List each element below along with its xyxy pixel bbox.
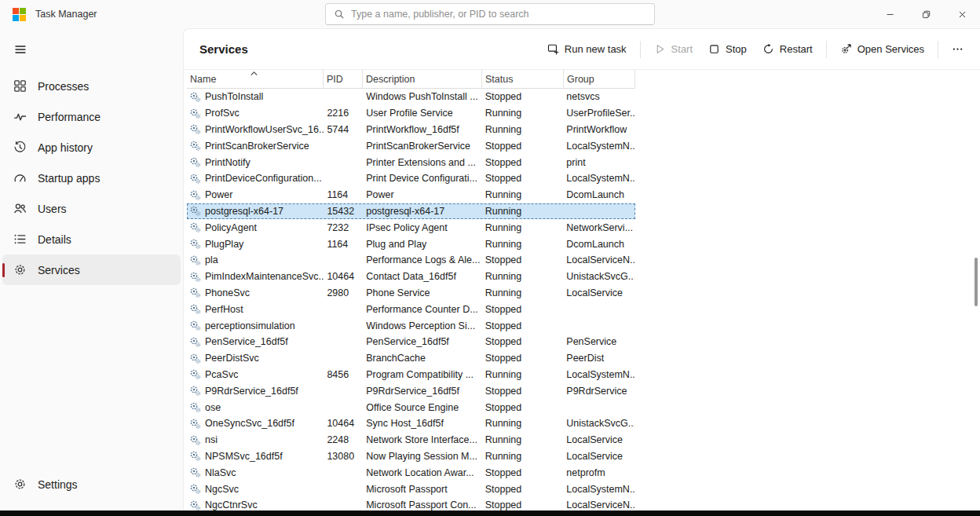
sidebar-item-processes[interactable]: Processes [2,71,181,101]
service-row[interactable]: PrintScanBrokerService PrintScanBrokerSe… [187,137,635,154]
service-group: LocalService [563,434,634,445]
service-row[interactable]: NlaSvc Network Location Awar... Stopped … [187,464,635,481]
service-name: PrintWorkflowUserSvc_16... [205,124,324,135]
service-row[interactable]: Power 1164 Power Running DcomLaunch [187,187,635,203]
service-row[interactable]: P9RdrService_16df5f P9RdrService_16df5f … [187,382,635,399]
service-row[interactable]: PrintWorkflowUserSvc_16... 5744 PrintWor… [187,122,635,138]
service-row[interactable]: PenService_16df5f PenService_16df5f Stop… [187,334,635,350]
service-description: postgresql-x64-17 [363,206,481,217]
service-status: Running [482,451,564,462]
service-row[interactable]: PerfHost Performance Counter D... Stoppe… [187,301,635,317]
service-description: Contact Data_16df5f [363,271,481,282]
service-row[interactable]: nsi 2248 Network Store Interface... Runn… [187,432,635,448]
app-title: Task Manager [35,9,97,20]
service-status: Stopped [482,484,564,495]
column-header-group[interactable]: Group [564,70,635,88]
service-name: PrintNotify [205,157,250,168]
service-name: P9RdrService_16df5f [205,386,298,397]
service-group: LocalService [563,451,634,462]
service-pid: 7232 [324,222,363,233]
search-box[interactable] [325,3,655,25]
minimize-button[interactable] [872,0,908,28]
service-name: Power [205,189,232,200]
scrollbar-thumb[interactable] [975,258,978,306]
service-row[interactable]: NPSMSvc_16df5f 13080 Now Playing Session… [187,448,635,465]
service-pid: 15432 [324,206,363,217]
search-input[interactable] [351,9,646,20]
stop-icon [708,43,720,55]
service-description: Performance Logs & Ale... [363,254,481,265]
service-row[interactable]: PolicyAgent 7232 IPsec Policy Agent Runn… [187,219,635,236]
start-button[interactable]: Start [647,38,700,60]
service-row[interactable]: ose Office Source Engine Stopped [187,399,635,415]
service-pid: 8456 [324,369,363,380]
service-gear-icon [189,189,201,201]
service-row[interactable]: NgcSvc Microsoft Passport Stopped LocalS… [187,481,635,497]
sidebar-item-label: Settings [38,478,78,491]
service-gear-icon [189,401,201,413]
run-new-task-button[interactable]: Run new task [540,38,634,60]
service-row[interactable]: NgcCtnrSvc Microsoft Passport Con... Sto… [187,497,635,511]
service-group: UnistackSvcG... [563,418,634,429]
service-row[interactable]: PhoneSvc 2980 Phone Service Running Loca… [187,285,635,302]
service-row[interactable]: PlugPlay 1164 Plug and Play Running Dcom… [187,236,635,252]
restore-button[interactable] [908,0,944,28]
sidebar-item-startup-apps[interactable]: Startup apps [2,163,181,193]
hamburger-menu-button[interactable] [6,36,35,63]
service-row[interactable]: pla Performance Logs & Ale... Stopped Lo… [187,252,635,269]
service-description: Network Location Awar... [363,467,481,478]
sidebar-items: Processes Performance App history Startu… [0,68,183,469]
sidebar-item-performance[interactable]: Performance [2,101,181,132]
more-options-button[interactable] [945,38,971,60]
service-gear-icon [189,320,201,331]
open-services-button[interactable]: Open Services [833,38,931,60]
service-name: NlaSvc [205,467,236,478]
service-row[interactable]: OneSyncSvc_16df5f 10464 Sync Host_16df5f… [187,415,635,432]
service-name: PimIndexMaintenanceSvc... [205,271,324,282]
column-header-status[interactable]: Status [482,70,564,88]
sidebar: Processes Performance App history Startu… [0,28,183,511]
service-row[interactable]: postgresql-x64-17 15432 postgresql-x64-1… [187,203,635,220]
service-name: PcaSvc [205,369,238,380]
restart-button[interactable]: Restart [755,38,820,60]
service-description: IPsec Policy Agent [363,222,481,233]
service-group: netsvcs [563,91,634,102]
service-pid: 10464 [324,271,363,282]
history-icon [13,141,27,154]
service-description: Network Store Interface... [363,434,481,445]
vertical-scrollbar[interactable] [972,72,979,505]
close-button[interactable] [944,0,980,28]
sidebar-item-services[interactable]: Services [2,254,181,285]
sidebar-item-settings[interactable]: Settings [2,469,181,500]
restart-label: Restart [780,43,813,55]
titlebar-left: Task Manager [0,8,97,21]
stop-button[interactable]: Stop [701,38,754,60]
service-row[interactable]: PcaSvc 8456 Program Compatibility ... Ru… [187,367,635,383]
service-description: Microsoft Passport [363,484,481,495]
service-pid: 10464 [324,418,363,429]
service-status: Stopped [482,91,564,102]
settings-gear-icon [13,478,27,491]
service-gear-icon [189,500,201,511]
service-row[interactable]: PeerDistSvc BranchCache Stopped PeerDist [187,350,635,367]
column-header-description[interactable]: Description [363,70,482,88]
service-description: Office Source Engine [363,402,481,413]
service-row[interactable]: PrintDeviceConfiguration... Print Device… [187,170,635,187]
service-status: Running [482,271,564,282]
service-description: Now Playing Session M... [363,451,481,462]
service-row[interactable]: PrintNotify Printer Extensions and ... S… [187,154,635,170]
service-row[interactable]: PushToInstall Windows PushToInstall ... … [187,89,635,105]
gear-icon [13,263,27,276]
sidebar-item-app-history[interactable]: App history [2,132,181,163]
table-body: PushToInstall Windows PushToInstall ... … [187,89,980,511]
service-status: Running [482,222,564,233]
service-row[interactable]: PimIndexMaintenanceSvc... 10464 Contact … [187,269,635,285]
details-icon [13,232,27,246]
service-row[interactable]: ProfSvc 2216 User Profile Service Runnin… [187,105,635,122]
column-header-pid[interactable]: PID [324,70,363,88]
sidebar-item-details[interactable]: Details [2,224,181,254]
sidebar-item-users[interactable]: Users [2,193,181,224]
performance-icon [13,110,27,123]
processes-icon [13,79,27,93]
service-row[interactable]: perceptionsimulation Windows Perception … [187,317,635,334]
